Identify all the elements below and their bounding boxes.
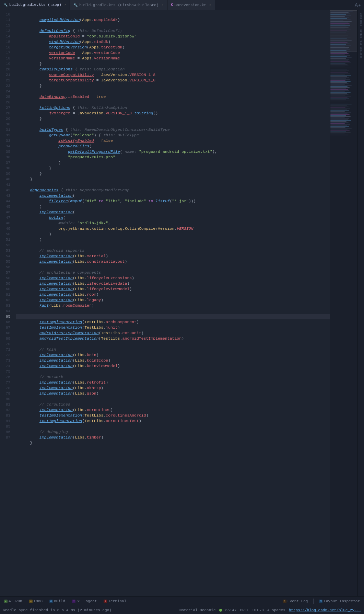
ln-24: 24 bbox=[0, 89, 10, 94]
cursor-position: 65:47 bbox=[225, 608, 237, 612]
event-log-button[interactable]: ! Event Log bbox=[282, 599, 309, 604]
code-line-87: } bbox=[16, 435, 330, 440]
code-line-77: implementation(Libs.okhttp) bbox=[16, 380, 330, 385]
tab-bar: 🔧 build.gradle.kts (:app) ✕ 🔧 build.grad… bbox=[0, 0, 364, 10]
tab-label: CoreVersion.kt bbox=[175, 3, 206, 7]
url-link[interactable]: https://blog.csdn.net/blue_zy... bbox=[289, 608, 361, 612]
code-line-74 bbox=[16, 363, 330, 369]
code-line-57: implementation(Libs.lifecycleExtensions) bbox=[16, 270, 330, 275]
code-line-24: dataBinding.isEnabled = true bbox=[16, 89, 330, 94]
tab-close-button-3[interactable]: ✕ bbox=[209, 3, 211, 7]
ln-49: 49 bbox=[0, 226, 10, 231]
code-editor[interactable]: compileSdkVersion(Apps.compileSdk) defau… bbox=[13, 10, 330, 596]
code-line-41: dependencies { this: DependencyHandlerSc… bbox=[16, 182, 330, 187]
code-line-54: implementation(Libs.constraintLayout) bbox=[16, 253, 330, 259]
ln-35: 35 bbox=[0, 149, 10, 155]
ln-75: 75 bbox=[0, 369, 10, 374]
todo-button[interactable]: ☑ TODO bbox=[28, 599, 44, 604]
gradle-icon: 🔧 bbox=[3, 3, 8, 7]
ln-74: 74 bbox=[0, 363, 10, 369]
ln-37: 37 bbox=[0, 160, 10, 166]
code-line-42: implementation( bbox=[16, 187, 330, 193]
build-icon: ⚙ bbox=[49, 600, 53, 603]
code-line-46: kotlin( bbox=[16, 209, 330, 215]
build-button[interactable]: ⚙ Build bbox=[48, 599, 67, 604]
code-line-31: getByName("release") { this: BuildType bbox=[16, 127, 330, 133]
code-line-79 bbox=[16, 391, 330, 396]
logcat-icon: ☰ bbox=[72, 600, 75, 603]
code-line-85: // debugging bbox=[16, 424, 330, 429]
ai-icon[interactable]: A✦ bbox=[355, 2, 361, 9]
code-line-21: targetCompatibility = JavaVersion.VERSIO… bbox=[16, 72, 330, 78]
device-file-explorer-panel[interactable]: Device File Explorer bbox=[360, 28, 362, 60]
ln-27: 27 bbox=[0, 105, 10, 111]
ln-21: 21 bbox=[0, 72, 10, 78]
code-line-58: implementation(Libs.lifecycleLivedata) bbox=[16, 275, 330, 281]
ln-70: 70 bbox=[0, 341, 10, 347]
ln-80: 80 bbox=[0, 396, 10, 402]
ln-64: 64 bbox=[0, 308, 10, 314]
line-ending: CRLF bbox=[240, 608, 249, 612]
logcat-label: 6: Logcat bbox=[77, 599, 97, 603]
code-line-69 bbox=[16, 336, 330, 341]
right-panel: Word Book Device File Explorer bbox=[357, 10, 364, 596]
ln-50: 50 bbox=[0, 231, 10, 237]
code-line-49: ) bbox=[16, 226, 330, 231]
ln-44: 44 bbox=[0, 198, 10, 204]
logcat-button[interactable]: ☰ 6: Logcat bbox=[71, 599, 98, 604]
ln-20: 20 bbox=[0, 67, 10, 72]
code-line-78: implementation(Libs.gson) bbox=[16, 385, 330, 391]
code-line-10: compileSdkVersion(Apps.compileSdk) bbox=[16, 12, 330, 17]
word-book-panel[interactable]: Word Book bbox=[360, 12, 362, 27]
code-line-44: ) bbox=[16, 198, 330, 204]
code-line-43: fileTree(mapOf("dir" to "libs", "include… bbox=[16, 193, 330, 198]
code-line-17: versionName = Apps.versionName bbox=[16, 50, 330, 56]
minimap[interactable] bbox=[330, 10, 357, 596]
ln-58: 58 bbox=[0, 275, 10, 281]
ln-51: 51 bbox=[0, 237, 10, 242]
line-numbers: 10 11 12 13 14 15 16 17 18 19 20 21 22 2… bbox=[0, 10, 13, 596]
ln-12: 12 bbox=[0, 23, 10, 28]
ln-22: 22 bbox=[0, 78, 10, 83]
code-line-52: // android supports bbox=[16, 242, 330, 248]
code-line-82: testImplementation(TestLibs.coroutinesAn… bbox=[16, 407, 330, 413]
code-line-37: } bbox=[16, 160, 330, 166]
editor-container: 10 11 12 13 14 15 16 17 18 19 20 21 22 2… bbox=[0, 10, 364, 596]
tab-close-button[interactable]: ✕ bbox=[64, 3, 66, 7]
ln-53: 53 bbox=[0, 248, 10, 253]
ln-23: 23 bbox=[0, 83, 10, 89]
terminal-button[interactable]: ❯ Terminal bbox=[102, 599, 128, 604]
ln-18: 18 bbox=[0, 56, 10, 61]
tab-close-button-2[interactable]: ✕ bbox=[162, 3, 163, 7]
tab-core-version[interactable]: K CoreVersion.kt ✕ bbox=[167, 0, 215, 10]
layout-inspector-button[interactable]: ⊞ Layout Inspector bbox=[318, 599, 361, 604]
ln-19: 19 bbox=[0, 61, 10, 67]
ln-42: 42 bbox=[0, 187, 10, 193]
tab-label: build.gradle.kts (:app) bbox=[9, 3, 61, 7]
status-left: Gradle sync finished in 6 s 4 ms (2 minu… bbox=[3, 608, 111, 612]
ln-25: 25 bbox=[0, 94, 10, 100]
ln-40: 40 bbox=[0, 177, 10, 182]
theme-name: Material Oceanic bbox=[179, 608, 216, 612]
code-line-67: androidTestImplementation(TestLibs.extJu… bbox=[16, 325, 330, 330]
run-button[interactable]: ▶ 4: Run bbox=[3, 599, 24, 604]
code-line-47: module: "stdlib-jdk7", bbox=[16, 215, 330, 220]
ln-57: 57 bbox=[0, 270, 10, 275]
ln-29: 29 bbox=[0, 116, 10, 122]
code-line-14: minSdkVersion(Apps.minSdk) bbox=[16, 34, 330, 39]
code-line-12: defaultConfig { this: DefaultConfi; bbox=[16, 23, 330, 28]
ln-66: 66 bbox=[0, 319, 10, 325]
ln-11: 11 bbox=[0, 17, 10, 23]
code-line-26: kotlinOptions { this: KotlinJvmOption bbox=[16, 100, 330, 105]
ln-43: 43 bbox=[0, 193, 10, 198]
ln-68: 68 bbox=[0, 330, 10, 336]
ln-81: 81 bbox=[0, 402, 10, 407]
code-line-68: androidTestImplementation(TestLibs.andro… bbox=[16, 330, 330, 336]
ln-30: 30 bbox=[0, 122, 10, 127]
run-label: 4: Run bbox=[9, 599, 22, 603]
kotlin-icon: K bbox=[171, 3, 173, 7]
ln-83: 83 bbox=[0, 413, 10, 418]
tab-build-gradle-app[interactable]: 🔧 build.gradle.kts (:app) ✕ bbox=[0, 0, 70, 10]
code-line-40 bbox=[16, 177, 330, 182]
tab-build-gradle-src[interactable]: 🔧 build.gradle.kts (GitShow:buildSrc) ✕ bbox=[70, 0, 167, 10]
